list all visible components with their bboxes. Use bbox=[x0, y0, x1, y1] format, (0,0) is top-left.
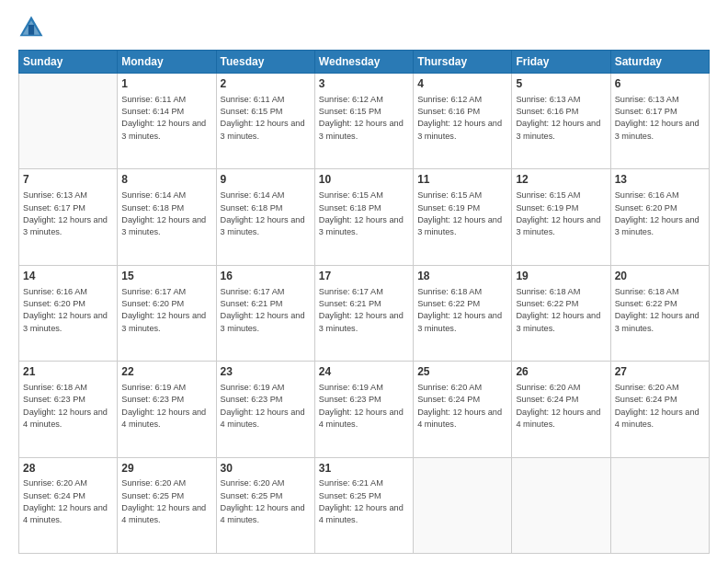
day-number: 6 bbox=[615, 76, 705, 92]
day-info: Sunrise: 6:16 AM Sunset: 6:20 PM Dayligh… bbox=[23, 286, 113, 335]
day-info: Sunrise: 6:13 AM Sunset: 6:16 PM Dayligh… bbox=[516, 94, 606, 143]
day-number: 16 bbox=[221, 269, 311, 284]
weekday-header-sunday: Sunday bbox=[19, 51, 118, 74]
day-number: 11 bbox=[417, 172, 507, 188]
calendar-cell: 16Sunrise: 6:17 AM Sunset: 6:21 PM Dayli… bbox=[216, 265, 314, 361]
calendar-cell: 12Sunrise: 6:15 AM Sunset: 6:19 PM Dayli… bbox=[512, 169, 610, 265]
day-number: 21 bbox=[23, 364, 113, 380]
calendar-cell: 22Sunrise: 6:19 AM Sunset: 6:23 PM Dayli… bbox=[118, 362, 216, 457]
calendar-cell: 25Sunrise: 6:20 AM Sunset: 6:24 PM Dayli… bbox=[414, 362, 512, 457]
calendar-cell: 17Sunrise: 6:17 AM Sunset: 6:21 PM Dayli… bbox=[314, 265, 413, 361]
day-number: 25 bbox=[417, 364, 507, 380]
calendar-cell: 18Sunrise: 6:18 AM Sunset: 6:22 PM Dayli… bbox=[414, 265, 512, 361]
day-number: 1 bbox=[121, 76, 211, 92]
day-info: Sunrise: 6:20 AM Sunset: 6:24 PM Dayligh… bbox=[23, 477, 113, 526]
calendar-cell: 21Sunrise: 6:18 AM Sunset: 6:23 PM Dayli… bbox=[19, 362, 118, 457]
calendar-cell: 23Sunrise: 6:19 AM Sunset: 6:23 PM Dayli… bbox=[216, 362, 314, 457]
calendar-cell: 28Sunrise: 6:20 AM Sunset: 6:24 PM Dayli… bbox=[19, 457, 118, 553]
calendar-week-row: 7Sunrise: 6:13 AM Sunset: 6:17 PM Daylig… bbox=[19, 169, 710, 265]
calendar-cell bbox=[610, 457, 709, 553]
day-info: Sunrise: 6:19 AM Sunset: 6:23 PM Dayligh… bbox=[221, 382, 311, 431]
day-number: 28 bbox=[23, 461, 113, 477]
day-info: Sunrise: 6:14 AM Sunset: 6:18 PM Dayligh… bbox=[221, 190, 311, 238]
day-number: 8 bbox=[121, 172, 211, 188]
day-info: Sunrise: 6:16 AM Sunset: 6:20 PM Dayligh… bbox=[615, 190, 705, 238]
day-number: 10 bbox=[319, 172, 409, 188]
calendar-cell: 30Sunrise: 6:20 AM Sunset: 6:25 PM Dayli… bbox=[216, 457, 314, 553]
weekday-header-friday: Friday bbox=[512, 51, 610, 74]
calendar-cell: 31Sunrise: 6:21 AM Sunset: 6:25 PM Dayli… bbox=[314, 457, 413, 553]
calendar-cell: 20Sunrise: 6:18 AM Sunset: 6:22 PM Dayli… bbox=[610, 265, 709, 361]
weekday-header-monday: Monday bbox=[118, 51, 216, 74]
calendar-cell: 13Sunrise: 6:16 AM Sunset: 6:20 PM Dayli… bbox=[610, 169, 709, 265]
weekday-header-wednesday: Wednesday bbox=[314, 51, 413, 74]
logo bbox=[18, 15, 48, 40]
calendar-cell: 3Sunrise: 6:12 AM Sunset: 6:15 PM Daylig… bbox=[314, 74, 413, 169]
day-number: 22 bbox=[121, 364, 211, 380]
header bbox=[18, 15, 710, 40]
day-info: Sunrise: 6:20 AM Sunset: 6:24 PM Dayligh… bbox=[615, 382, 705, 431]
page: SundayMondayTuesdayWednesdayThursdayFrid… bbox=[0, 0, 728, 563]
calendar-body: 1Sunrise: 6:11 AM Sunset: 6:14 PM Daylig… bbox=[19, 74, 710, 554]
day-info: Sunrise: 6:18 AM Sunset: 6:22 PM Dayligh… bbox=[516, 286, 606, 335]
day-info: Sunrise: 6:17 AM Sunset: 6:21 PM Dayligh… bbox=[319, 286, 409, 335]
day-info: Sunrise: 6:21 AM Sunset: 6:25 PM Dayligh… bbox=[319, 477, 409, 526]
day-number: 27 bbox=[615, 364, 705, 380]
calendar-cell: 15Sunrise: 6:17 AM Sunset: 6:20 PM Dayli… bbox=[118, 265, 216, 361]
day-number: 26 bbox=[516, 364, 606, 380]
day-number: 23 bbox=[221, 364, 311, 380]
day-number: 17 bbox=[319, 269, 409, 284]
day-number: 5 bbox=[516, 76, 606, 92]
day-number: 13 bbox=[615, 172, 705, 188]
day-info: Sunrise: 6:20 AM Sunset: 6:25 PM Dayligh… bbox=[121, 477, 211, 526]
day-info: Sunrise: 6:20 AM Sunset: 6:24 PM Dayligh… bbox=[417, 382, 507, 431]
calendar-cell: 29Sunrise: 6:20 AM Sunset: 6:25 PM Dayli… bbox=[118, 457, 216, 553]
day-info: Sunrise: 6:11 AM Sunset: 6:14 PM Dayligh… bbox=[121, 94, 211, 143]
day-number: 24 bbox=[319, 364, 409, 380]
day-info: Sunrise: 6:14 AM Sunset: 6:18 PM Dayligh… bbox=[121, 190, 211, 238]
day-info: Sunrise: 6:15 AM Sunset: 6:19 PM Dayligh… bbox=[417, 190, 507, 238]
day-number: 18 bbox=[417, 269, 507, 284]
calendar-header: SundayMondayTuesdayWednesdayThursdayFrid… bbox=[19, 51, 710, 74]
day-number: 31 bbox=[319, 461, 409, 477]
day-info: Sunrise: 6:15 AM Sunset: 6:18 PM Dayligh… bbox=[319, 190, 409, 238]
day-number: 14 bbox=[23, 269, 113, 284]
day-info: Sunrise: 6:20 AM Sunset: 6:25 PM Dayligh… bbox=[221, 477, 311, 526]
calendar-cell: 2Sunrise: 6:11 AM Sunset: 6:15 PM Daylig… bbox=[216, 74, 314, 169]
calendar-cell bbox=[19, 74, 118, 169]
calendar-cell: 27Sunrise: 6:20 AM Sunset: 6:24 PM Dayli… bbox=[610, 362, 709, 457]
calendar-cell: 10Sunrise: 6:15 AM Sunset: 6:18 PM Dayli… bbox=[314, 169, 413, 265]
calendar-cell: 11Sunrise: 6:15 AM Sunset: 6:19 PM Dayli… bbox=[414, 169, 512, 265]
svg-rect-2 bbox=[28, 25, 34, 35]
day-info: Sunrise: 6:19 AM Sunset: 6:23 PM Dayligh… bbox=[121, 382, 211, 431]
weekday-header-saturday: Saturday bbox=[610, 51, 709, 74]
calendar-cell: 4Sunrise: 6:12 AM Sunset: 6:16 PM Daylig… bbox=[414, 74, 512, 169]
weekday-header-tuesday: Tuesday bbox=[216, 51, 314, 74]
day-info: Sunrise: 6:18 AM Sunset: 6:22 PM Dayligh… bbox=[417, 286, 507, 335]
day-info: Sunrise: 6:18 AM Sunset: 6:22 PM Dayligh… bbox=[615, 286, 705, 335]
calendar-cell: 26Sunrise: 6:20 AM Sunset: 6:24 PM Dayli… bbox=[512, 362, 610, 457]
day-info: Sunrise: 6:17 AM Sunset: 6:20 PM Dayligh… bbox=[121, 286, 211, 335]
day-number: 2 bbox=[221, 76, 311, 92]
weekday-header-thursday: Thursday bbox=[414, 51, 512, 74]
day-info: Sunrise: 6:13 AM Sunset: 6:17 PM Dayligh… bbox=[23, 190, 113, 238]
day-number: 15 bbox=[121, 269, 211, 284]
day-number: 9 bbox=[221, 172, 311, 188]
calendar-cell: 24Sunrise: 6:19 AM Sunset: 6:23 PM Dayli… bbox=[314, 362, 413, 457]
calendar-table: SundayMondayTuesdayWednesdayThursdayFrid… bbox=[18, 50, 710, 554]
calendar-week-row: 28Sunrise: 6:20 AM Sunset: 6:24 PM Dayli… bbox=[19, 457, 710, 553]
day-number: 4 bbox=[417, 76, 507, 92]
calendar-week-row: 14Sunrise: 6:16 AM Sunset: 6:20 PM Dayli… bbox=[19, 265, 710, 361]
day-info: Sunrise: 6:12 AM Sunset: 6:16 PM Dayligh… bbox=[417, 94, 507, 143]
day-info: Sunrise: 6:12 AM Sunset: 6:15 PM Dayligh… bbox=[319, 94, 409, 143]
calendar-week-row: 21Sunrise: 6:18 AM Sunset: 6:23 PM Dayli… bbox=[19, 362, 710, 457]
day-info: Sunrise: 6:15 AM Sunset: 6:19 PM Dayligh… bbox=[516, 190, 606, 238]
calendar-cell: 14Sunrise: 6:16 AM Sunset: 6:20 PM Dayli… bbox=[19, 265, 118, 361]
day-info: Sunrise: 6:11 AM Sunset: 6:15 PM Dayligh… bbox=[221, 94, 311, 143]
day-info: Sunrise: 6:17 AM Sunset: 6:21 PM Dayligh… bbox=[221, 286, 311, 335]
calendar-cell: 1Sunrise: 6:11 AM Sunset: 6:14 PM Daylig… bbox=[118, 74, 216, 169]
day-number: 7 bbox=[23, 172, 113, 188]
day-number: 19 bbox=[516, 269, 606, 284]
calendar-cell: 8Sunrise: 6:14 AM Sunset: 6:18 PM Daylig… bbox=[118, 169, 216, 265]
day-number: 29 bbox=[121, 461, 211, 477]
